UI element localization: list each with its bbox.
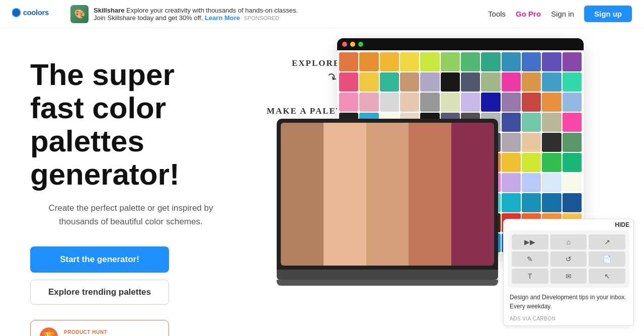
ad-content: Skillshare Explore your creativity with … xyxy=(94,7,298,22)
palette-cell[interactable] xyxy=(542,113,561,132)
palette-cell[interactable] xyxy=(562,93,582,112)
hero-title: The super fast color palettes generator! xyxy=(30,58,231,191)
screen-titlebar xyxy=(337,38,584,50)
palette-cell[interactable] xyxy=(502,193,521,212)
palette-cell[interactable] xyxy=(542,193,561,212)
palette-cell[interactable] xyxy=(502,52,521,71)
palette-cell[interactable] xyxy=(502,153,521,172)
laptop-screen xyxy=(277,119,498,290)
palette-cell[interactable] xyxy=(562,153,582,172)
carbon-ad: HIDE ▶▶ ⌂ ↗ ✎ ↺ 📄 T ✉ ↖ Design and Devel… xyxy=(503,219,634,326)
navbar-left: coolors 🎨 Skillshare Explore your creati… xyxy=(12,5,298,23)
explore-trending-button[interactable]: Explore trending palettes xyxy=(30,280,169,305)
palette-cell[interactable] xyxy=(339,72,358,92)
palette-cell[interactable] xyxy=(542,173,561,192)
palette-cell[interactable] xyxy=(339,52,358,71)
palette-cell[interactable] xyxy=(359,93,378,112)
palette-cell[interactable] xyxy=(461,52,480,71)
palette-cell[interactable] xyxy=(502,93,521,112)
laptop-color-column xyxy=(281,123,324,266)
palette-cell[interactable] xyxy=(400,72,419,92)
palette-cell[interactable] xyxy=(420,72,439,92)
ad-tagline: Explore your creativity with thousands o… xyxy=(126,7,298,14)
palette-cell[interactable] xyxy=(461,93,480,112)
carbon-icon-3: ↗ xyxy=(589,234,625,249)
palette-cell[interactable] xyxy=(400,52,419,71)
palette-cell[interactable] xyxy=(502,133,521,152)
palette-cell[interactable] xyxy=(481,52,500,71)
palette-cell[interactable] xyxy=(420,52,439,71)
carbon-icon-grid: ▶▶ ⌂ ↗ ✎ ↺ 📄 T ✉ ↖ xyxy=(508,230,629,288)
logo[interactable]: coolors xyxy=(12,5,62,23)
laptop-color-column xyxy=(324,123,366,266)
palette-cell[interactable] xyxy=(502,173,521,192)
palette-cell[interactable] xyxy=(522,193,541,212)
palette-cell[interactable] xyxy=(562,193,582,212)
palette-cell[interactable] xyxy=(400,93,419,112)
palette-cell[interactable] xyxy=(481,93,500,112)
palette-cell[interactable] xyxy=(522,173,541,192)
palette-cell[interactable] xyxy=(562,133,582,152)
palette-cell[interactable] xyxy=(562,52,582,71)
laptop-bottom xyxy=(277,280,498,286)
palette-cell[interactable] xyxy=(542,52,561,71)
ad-subtitle: Join Skillshare today and get 30% off. xyxy=(94,14,203,22)
main-content: The super fast color palettes generator!… xyxy=(0,28,644,336)
carbon-hide-button[interactable]: HIDE xyxy=(615,221,629,228)
carbon-icon-9: ↖ xyxy=(589,269,625,284)
palette-cell[interactable] xyxy=(522,72,541,92)
palette-cell[interactable] xyxy=(542,153,561,172)
palette-cell[interactable] xyxy=(441,52,460,71)
carbon-icon-1: ▶▶ xyxy=(512,234,548,249)
start-generator-button[interactable]: Start the generator! xyxy=(30,246,169,273)
palette-cell[interactable] xyxy=(542,72,561,92)
signin-nav[interactable]: Sign in xyxy=(551,10,574,18)
palette-cell[interactable] xyxy=(359,52,378,71)
hero-section: The super fast color palettes generator!… xyxy=(0,28,262,336)
tools-nav[interactable]: Tools xyxy=(488,10,506,18)
product-hunt-badge[interactable]: 🏆 PRODUCT HUNT #1 Product of the Month xyxy=(30,320,169,336)
palette-cell[interactable] xyxy=(380,72,399,92)
palette-cell[interactable] xyxy=(420,93,439,112)
visual-section: EXPLORE ↷ MAKE A PALETTE ↷ HIDE xyxy=(262,28,644,336)
carbon-icon-2: ⌂ xyxy=(550,234,587,249)
palette-cell[interactable] xyxy=(359,72,378,92)
laptop-base xyxy=(277,270,498,280)
palette-cell[interactable] xyxy=(522,52,541,71)
palette-cell[interactable] xyxy=(562,173,582,192)
palette-cell[interactable] xyxy=(380,93,399,112)
ad-learn-more[interactable]: Learn More xyxy=(205,14,240,22)
palette-cell[interactable] xyxy=(522,113,541,132)
palette-cell[interactable] xyxy=(542,93,561,112)
carbon-ad-text: Design and Development tips in your inbo… xyxy=(504,288,633,316)
palette-cell[interactable] xyxy=(461,72,480,92)
palette-cell[interactable] xyxy=(562,113,582,132)
palette-cell[interactable] xyxy=(522,133,541,152)
carbon-icon-7: T xyxy=(512,269,548,284)
laptop-color-column xyxy=(409,123,451,266)
navbar-right: Tools Go Pro Sign in Sign up xyxy=(488,6,632,22)
gopro-nav[interactable]: Go Pro xyxy=(516,10,541,18)
palette-cell[interactable] xyxy=(522,153,541,172)
ad-sponsored: SPONSORED xyxy=(244,15,279,21)
palette-cell[interactable] xyxy=(481,72,500,92)
logo-text: coolors xyxy=(12,5,62,23)
ad-banner: 🎨 Skillshare Explore your creativity wit… xyxy=(70,5,298,23)
palette-cell[interactable] xyxy=(441,72,460,92)
navbar: coolors 🎨 Skillshare Explore your creati… xyxy=(0,0,644,28)
svg-text:coolors: coolors xyxy=(23,8,49,17)
window-close-dot xyxy=(342,42,347,47)
signup-button[interactable]: Sign up xyxy=(584,6,632,22)
palette-cell[interactable] xyxy=(502,72,521,92)
palette-cell[interactable] xyxy=(441,93,460,112)
palette-cell[interactable] xyxy=(522,93,541,112)
palette-cell[interactable] xyxy=(339,93,358,112)
palette-cell[interactable] xyxy=(380,52,399,71)
window-maximize-dot xyxy=(358,42,363,47)
ad-text-line2: Join Skillshare today and get 30% off. L… xyxy=(94,14,298,22)
palette-cell[interactable] xyxy=(542,133,561,152)
palette-cell[interactable] xyxy=(502,113,521,132)
ad-logo: 🎨 xyxy=(70,5,89,23)
palette-cell[interactable] xyxy=(562,72,582,92)
product-hunt-icon: 🏆 xyxy=(40,327,58,336)
